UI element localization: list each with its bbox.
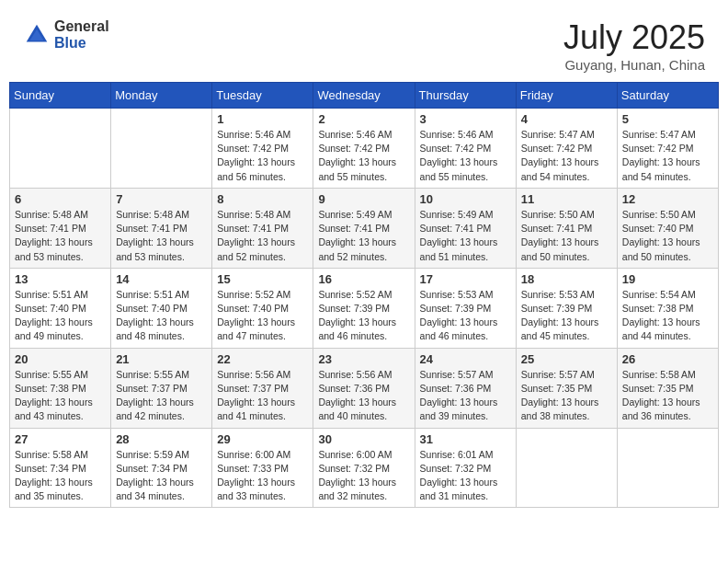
calendar-cell: 3Sunrise: 5:46 AM Sunset: 7:42 PM Daylig… bbox=[415, 109, 516, 189]
logo: General Blue bbox=[23, 18, 109, 51]
calendar-cell: 10Sunrise: 5:49 AM Sunset: 7:41 PM Dayli… bbox=[415, 188, 516, 268]
day-info: Sunrise: 5:58 AM Sunset: 7:34 PM Dayligh… bbox=[15, 448, 106, 504]
day-number: 18 bbox=[521, 272, 612, 286]
calendar-cell: 23Sunrise: 5:56 AM Sunset: 7:36 PM Dayli… bbox=[313, 348, 415, 428]
calendar-cell: 6Sunrise: 5:48 AM Sunset: 7:41 PM Daylig… bbox=[10, 188, 111, 268]
calendar-cell: 28Sunrise: 5:59 AM Sunset: 7:34 PM Dayli… bbox=[111, 428, 212, 508]
calendar-cell: 2Sunrise: 5:46 AM Sunset: 7:42 PM Daylig… bbox=[313, 109, 415, 189]
day-number: 25 bbox=[521, 352, 612, 366]
day-number: 2 bbox=[318, 112, 409, 126]
weekday-header-friday: Friday bbox=[516, 83, 617, 109]
day-info: Sunrise: 5:57 AM Sunset: 7:35 PM Dayligh… bbox=[521, 368, 612, 424]
day-number: 31 bbox=[420, 432, 511, 446]
logo-general-text: General bbox=[54, 18, 109, 35]
weekday-header-tuesday: Tuesday bbox=[212, 83, 313, 109]
day-info: Sunrise: 5:51 AM Sunset: 7:40 PM Dayligh… bbox=[116, 288, 207, 344]
calendar-week-1: 1Sunrise: 5:46 AM Sunset: 7:42 PM Daylig… bbox=[10, 109, 719, 189]
calendar-week-3: 13Sunrise: 5:51 AM Sunset: 7:40 PM Dayli… bbox=[10, 268, 719, 348]
calendar-cell: 19Sunrise: 5:54 AM Sunset: 7:38 PM Dayli… bbox=[617, 268, 718, 348]
day-number: 27 bbox=[15, 432, 106, 446]
day-number: 11 bbox=[521, 192, 612, 206]
day-number: 3 bbox=[420, 112, 511, 126]
calendar-cell: 24Sunrise: 5:57 AM Sunset: 7:36 PM Dayli… bbox=[415, 348, 516, 428]
weekday-header-thursday: Thursday bbox=[415, 83, 516, 109]
day-number: 9 bbox=[318, 192, 409, 206]
day-number: 16 bbox=[318, 272, 409, 286]
day-info: Sunrise: 6:00 AM Sunset: 7:33 PM Dayligh… bbox=[217, 448, 308, 504]
calendar-week-4: 20Sunrise: 5:55 AM Sunset: 7:38 PM Dayli… bbox=[10, 348, 719, 428]
day-info: Sunrise: 5:49 AM Sunset: 7:41 PM Dayligh… bbox=[420, 208, 511, 264]
calendar-cell bbox=[516, 428, 617, 508]
day-info: Sunrise: 5:57 AM Sunset: 7:36 PM Dayligh… bbox=[420, 368, 511, 424]
day-info: Sunrise: 5:52 AM Sunset: 7:40 PM Dayligh… bbox=[217, 288, 308, 344]
day-number: 14 bbox=[116, 272, 207, 286]
logo-text: General Blue bbox=[54, 18, 109, 51]
day-info: Sunrise: 5:46 AM Sunset: 7:42 PM Dayligh… bbox=[318, 128, 409, 184]
calendar-cell: 1Sunrise: 5:46 AM Sunset: 7:42 PM Daylig… bbox=[212, 109, 313, 189]
day-info: Sunrise: 5:48 AM Sunset: 7:41 PM Dayligh… bbox=[15, 208, 106, 264]
day-info: Sunrise: 5:59 AM Sunset: 7:34 PM Dayligh… bbox=[116, 448, 207, 504]
day-info: Sunrise: 5:55 AM Sunset: 7:38 PM Dayligh… bbox=[15, 368, 106, 424]
day-number: 6 bbox=[15, 192, 106, 206]
calendar-table: SundayMondayTuesdayWednesdayThursdayFrid… bbox=[9, 82, 719, 508]
day-number: 13 bbox=[15, 272, 106, 286]
day-number: 15 bbox=[217, 272, 308, 286]
day-number: 28 bbox=[116, 432, 207, 446]
day-number: 29 bbox=[217, 432, 308, 446]
calendar-cell: 13Sunrise: 5:51 AM Sunset: 7:40 PM Dayli… bbox=[10, 268, 111, 348]
day-info: Sunrise: 5:48 AM Sunset: 7:41 PM Dayligh… bbox=[116, 208, 207, 264]
day-number: 19 bbox=[622, 272, 713, 286]
day-info: Sunrise: 5:56 AM Sunset: 7:37 PM Dayligh… bbox=[217, 368, 308, 424]
calendar-cell: 30Sunrise: 6:00 AM Sunset: 7:32 PM Dayli… bbox=[313, 428, 415, 508]
day-number: 8 bbox=[217, 192, 308, 206]
calendar-cell: 22Sunrise: 5:56 AM Sunset: 7:37 PM Dayli… bbox=[212, 348, 313, 428]
day-number: 10 bbox=[420, 192, 511, 206]
page-header: General Blue July 2025 Guyang, Hunan, Ch… bbox=[9, 9, 719, 77]
day-number: 26 bbox=[622, 352, 713, 366]
calendar-cell: 14Sunrise: 5:51 AM Sunset: 7:40 PM Dayli… bbox=[111, 268, 212, 348]
day-number: 21 bbox=[116, 352, 207, 366]
day-info: Sunrise: 5:53 AM Sunset: 7:39 PM Dayligh… bbox=[521, 288, 612, 344]
day-info: Sunrise: 5:55 AM Sunset: 7:37 PM Dayligh… bbox=[116, 368, 207, 424]
day-number: 17 bbox=[420, 272, 511, 286]
location-subtitle: Guyang, Hunan, China bbox=[563, 57, 705, 73]
calendar-cell: 20Sunrise: 5:55 AM Sunset: 7:38 PM Dayli… bbox=[10, 348, 111, 428]
day-number: 23 bbox=[318, 352, 409, 366]
day-info: Sunrise: 5:50 AM Sunset: 7:40 PM Dayligh… bbox=[622, 208, 713, 264]
day-number: 4 bbox=[521, 112, 612, 126]
calendar-cell: 26Sunrise: 5:58 AM Sunset: 7:35 PM Dayli… bbox=[617, 348, 718, 428]
calendar-week-2: 6Sunrise: 5:48 AM Sunset: 7:41 PM Daylig… bbox=[10, 188, 719, 268]
calendar-cell: 7Sunrise: 5:48 AM Sunset: 7:41 PM Daylig… bbox=[111, 188, 212, 268]
calendar-cell: 27Sunrise: 5:58 AM Sunset: 7:34 PM Dayli… bbox=[10, 428, 111, 508]
calendar-week-5: 27Sunrise: 5:58 AM Sunset: 7:34 PM Dayli… bbox=[10, 428, 719, 508]
calendar-cell: 4Sunrise: 5:47 AM Sunset: 7:42 PM Daylig… bbox=[516, 109, 617, 189]
day-number: 5 bbox=[622, 112, 713, 126]
calendar-cell: 31Sunrise: 6:01 AM Sunset: 7:32 PM Dayli… bbox=[415, 428, 516, 508]
day-number: 30 bbox=[318, 432, 409, 446]
calendar-cell: 18Sunrise: 5:53 AM Sunset: 7:39 PM Dayli… bbox=[516, 268, 617, 348]
weekday-header-sunday: Sunday bbox=[10, 83, 111, 109]
weekday-header-wednesday: Wednesday bbox=[313, 83, 415, 109]
calendar-cell: 8Sunrise: 5:48 AM Sunset: 7:41 PM Daylig… bbox=[212, 188, 313, 268]
calendar-cell bbox=[617, 428, 718, 508]
calendar-cell: 9Sunrise: 5:49 AM Sunset: 7:41 PM Daylig… bbox=[313, 188, 415, 268]
day-info: Sunrise: 5:50 AM Sunset: 7:41 PM Dayligh… bbox=[521, 208, 612, 264]
calendar-cell: 17Sunrise: 5:53 AM Sunset: 7:39 PM Dayli… bbox=[415, 268, 516, 348]
day-info: Sunrise: 5:56 AM Sunset: 7:36 PM Dayligh… bbox=[318, 368, 409, 424]
weekday-header-saturday: Saturday bbox=[617, 83, 718, 109]
day-info: Sunrise: 5:46 AM Sunset: 7:42 PM Dayligh… bbox=[217, 128, 308, 184]
calendar-cell: 25Sunrise: 5:57 AM Sunset: 7:35 PM Dayli… bbox=[516, 348, 617, 428]
calendar-cell bbox=[111, 109, 212, 189]
day-info: Sunrise: 5:48 AM Sunset: 7:41 PM Dayligh… bbox=[217, 208, 308, 264]
day-number: 12 bbox=[622, 192, 713, 206]
calendar-cell: 15Sunrise: 5:52 AM Sunset: 7:40 PM Dayli… bbox=[212, 268, 313, 348]
day-info: Sunrise: 6:00 AM Sunset: 7:32 PM Dayligh… bbox=[318, 448, 409, 504]
calendar-cell: 12Sunrise: 5:50 AM Sunset: 7:40 PM Dayli… bbox=[617, 188, 718, 268]
calendar-cell: 29Sunrise: 6:00 AM Sunset: 7:33 PM Dayli… bbox=[212, 428, 313, 508]
calendar-cell: 11Sunrise: 5:50 AM Sunset: 7:41 PM Dayli… bbox=[516, 188, 617, 268]
day-info: Sunrise: 5:47 AM Sunset: 7:42 PM Dayligh… bbox=[521, 128, 612, 184]
day-info: Sunrise: 5:49 AM Sunset: 7:41 PM Dayligh… bbox=[318, 208, 409, 264]
logo-blue-text: Blue bbox=[54, 35, 109, 52]
day-info: Sunrise: 5:58 AM Sunset: 7:35 PM Dayligh… bbox=[622, 368, 713, 424]
weekday-header-monday: Monday bbox=[111, 83, 212, 109]
